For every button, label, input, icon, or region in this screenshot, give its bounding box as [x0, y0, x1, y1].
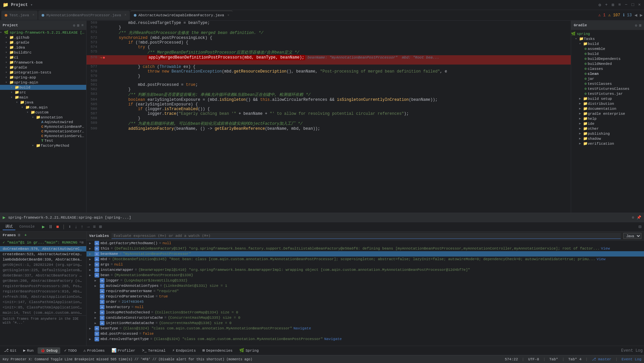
tree-frameworkbom[interactable]: ▾ 📁 framework-bom	[0, 60, 86, 65]
split-icon[interactable]: ⊞	[611, 2, 615, 8]
maximize-icon[interactable]: □	[631, 2, 635, 8]
frames-filter-btn[interactable]: ⊞	[81, 240, 84, 245]
debug-stepinto-icon[interactable]: ↓	[74, 224, 78, 230]
tree-annotation[interactable]: ▾ 📁 annotation	[0, 115, 86, 120]
settings-icon[interactable]: ⚙	[598, 2, 602, 8]
var-view-link[interactable]: View	[601, 247, 610, 251]
tab-close-icon2[interactable]: ×	[124, 13, 126, 17]
event-log-btn[interactable]: Event Log	[621, 348, 643, 353]
debug-resume-icon[interactable]: ▶	[41, 223, 45, 230]
gradle-clean[interactable]: ⚙ clean	[571, 71, 644, 76]
tree-myannotationservice[interactable]: C MyAnnotationService	[0, 134, 86, 138]
frame-init147[interactable]: <init>:147, ClassPathXmlApplicationConte…	[0, 299, 86, 305]
btn-run[interactable]: ▶ Run	[21, 347, 36, 354]
frame-getbean[interactable]: getBean:208, AbstractBeanFactory (org.sp…	[0, 278, 86, 283]
minimize-icon[interactable]: −	[624, 2, 628, 8]
gradle-shadow[interactable]: ▶ 📁 shadow	[571, 136, 644, 141]
frame-registerbpp816[interactable]: registerBeanPostProcessors:816, Abstract…	[0, 289, 86, 294]
gradle-testfixturesclasses[interactable]: ⚙ testFixturesClasses	[571, 86, 644, 91]
frame-docreatebean[interactable]: doCreateBean:576, AbstractAutowireCapabl…	[0, 246, 86, 252]
var-args[interactable]: ▶ ∞ args = null	[87, 262, 644, 267]
frame-getsingleton[interactable]: getSingleton:225, DefaultSingletonBeanRe…	[0, 268, 86, 273]
code-editor[interactable]: 569 mbd.resolvedTargetType = beanType; 5…	[87, 21, 571, 213]
gradle-buildsetup[interactable]: ▶ 📁 build setup	[571, 96, 644, 101]
frames-filter-icon[interactable]: ⊞	[18, 233, 20, 237]
tree-java[interactable]: ▾ 📁 java	[0, 100, 86, 105]
debug-stepout-icon[interactable]: ↑	[80, 224, 84, 230]
var-requiredparametervalue[interactable]: ∞ requiredParameterValue = true	[87, 294, 644, 299]
debug-frames-icon[interactable]: ⊞	[99, 223, 103, 230]
gradle-distribution[interactable]: ▶ 📁 distribution	[571, 101, 644, 106]
debug-pause-icon[interactable]: ⏸	[48, 224, 54, 230]
gradle-help[interactable]: ▶ 📁 help	[571, 116, 644, 121]
tree-idea[interactable]: ▾ 📁 .idea	[0, 45, 86, 50]
tree-aqinautowired[interactable]: A AqinAutowired	[0, 120, 86, 124]
add-icon[interactable]: +	[604, 2, 608, 8]
gradle-settings-icon[interactable]: ⚙	[635, 23, 637, 28]
tree-gradle2[interactable]: ▾ 📁 gradle	[0, 65, 86, 70]
btn-profiler[interactable]: 📊 Profiler	[109, 347, 138, 354]
project-dropdown[interactable]: ▾	[30, 3, 33, 7]
tree-test[interactable]: T Test	[0, 138, 86, 143]
gradle-spring[interactable]: 🌿 spring	[571, 31, 644, 36]
tree-ci[interactable]: ▾ 📁 ci	[0, 55, 86, 60]
gradle-expand-icon[interactable]: ⊞	[639, 23, 641, 28]
debug-pin-icon[interactable]: 📌	[637, 215, 641, 220]
frame-lambda[interactable]: lambda$doGetBean$0:339, AbstractBeanFact…	[0, 257, 86, 262]
var-this[interactable]: ▶ ∞ this = {DefaultListableBeanFactory@1…	[87, 246, 644, 251]
frames-add-btn[interactable]: +	[79, 240, 82, 244]
navigate-link-resolvedtype[interactable]: Navigate	[324, 337, 342, 341]
debug-stepover-icon[interactable]: ⬇	[68, 223, 72, 230]
btn-problems[interactable]: ⚠ Problems	[81, 347, 107, 354]
gradle-documentation[interactable]: ▶ 📁 documentation	[571, 106, 644, 111]
frame-init85[interactable]: <init>:85, ClassPathXmlApplicationContex…	[0, 305, 86, 310]
btn-dependencies[interactable]: ⊞ Dependencies	[200, 347, 235, 354]
debug-evaluate-icon[interactable]: ≡	[92, 224, 96, 230]
gradle-ide[interactable]: ▶ 📁 ide	[571, 121, 644, 126]
frames-add-icon[interactable]: +	[24, 233, 27, 237]
debug-runtocsursor-icon[interactable]: →	[86, 224, 90, 230]
nav-forward-icon[interactable]: ▶	[640, 12, 643, 18]
tree-buildsrc[interactable]: ▾ 📁 buildSrc	[0, 50, 86, 55]
close-icon[interactable]: ×	[637, 2, 641, 8]
btn-git[interactable]: ⎇ Git	[1, 347, 19, 354]
btn-todo[interactable]: ✓ TODO	[62, 347, 80, 354]
frame-dogetbean[interactable]: doGetBean:337, AbstractBeanFactory (org.…	[0, 273, 86, 278]
var-view-link2[interactable]: View	[597, 257, 605, 261]
var-bean[interactable]: ▶ ∞ bean = {MyAnnotationBeanPostProcesso…	[87, 272, 644, 278]
evaluate-expression-input[interactable]	[111, 233, 621, 239]
gradle-build-folder[interactable]: ▾ 📁 build	[571, 41, 644, 46]
tree-main[interactable]: ▾ 📁 main	[0, 95, 86, 100]
btn-spring[interactable]: 🌿 Spring	[237, 347, 262, 354]
frame-refresh[interactable]: refresh:558, AbstractApplicationContext …	[0, 294, 86, 299]
var-logger[interactable]: ▶ ∞ logger = {LogAdapter$JavaUtilLog@133…	[87, 278, 644, 283]
gradle-testfixturesjar[interactable]: ⚙ testFixtures.jar	[571, 91, 644, 96]
var-mbd-postprocessed[interactable]: ∞ mbd.postProcessed = false	[87, 331, 644, 336]
var-beantype[interactable]: ▶ ∞ beanType = {Class@1324} "class com.a…	[87, 326, 644, 331]
tree-custom[interactable]: ▾ 📁 custom	[0, 110, 86, 115]
var-requiredparametername[interactable]: ∞ requiredParameterName = "required"	[87, 288, 644, 294]
tree-myannotationbpp[interactable]: C MyAnnotationBeanPostP...	[0, 124, 86, 129]
sidebar-gear-icon[interactable]: ⚙	[73, 23, 75, 28]
var-candidateconstructorscache[interactable]: ▶ ∞ candidateConstructorsCache = {Concur…	[87, 315, 644, 320]
editor-content[interactable]: 569 mbd.resolvedTargetType = beanType; 5…	[87, 21, 571, 213]
tree-gradle[interactable]: ▾ 📁 .gradle	[0, 40, 86, 45]
var-instancewrapper[interactable]: ▶ ∞ instanceWrapper = {BeanWrapperImpl@1…	[87, 267, 644, 272]
tree-src[interactable]: ▾ 📁 src	[0, 90, 86, 95]
frame-createbean[interactable]: createBean:523, AbstractAutowireCapableB…	[0, 252, 86, 257]
tree-springaqin[interactable]: ▾ 📁 spring-aqin	[0, 80, 86, 85]
frame-registerbeanpostprocessors[interactable]: registerBeanPostProcessors:285, PostProc…	[0, 283, 86, 289]
nav-back-icon[interactable]: ◀	[634, 12, 637, 18]
tree-github[interactable]: ▾ 📁 .github	[0, 35, 86, 40]
gradle-publishing[interactable]: ▶ 📁 publishing	[571, 131, 644, 136]
event-log-link[interactable]: Event Log	[622, 357, 641, 361]
tree-build[interactable]: ▾ 📁 build	[0, 85, 86, 90]
gradle-build-task[interactable]: ⚙ build	[571, 51, 644, 56]
gradle-tasks[interactable]: ▾ 📁 Tasks	[571, 36, 644, 41]
gradle-builddependents[interactable]: ⚙ buildDependents	[571, 56, 644, 61]
btn-terminal[interactable]: >_ Terminal	[139, 348, 168, 354]
var-autowiredtypes[interactable]: ▶ ∞ autowiredAnnotationTypes = {LinkedHa…	[87, 283, 644, 288]
var-order[interactable]: ∞ order = 2147483645	[87, 299, 644, 304]
var-mbd-resolvedtargettype[interactable]: ▶ ∞ mbd.resolvedTargetType = {Class@1324…	[87, 336, 644, 342]
sidebar-collapse-icon[interactable]: ≡	[81, 23, 84, 28]
